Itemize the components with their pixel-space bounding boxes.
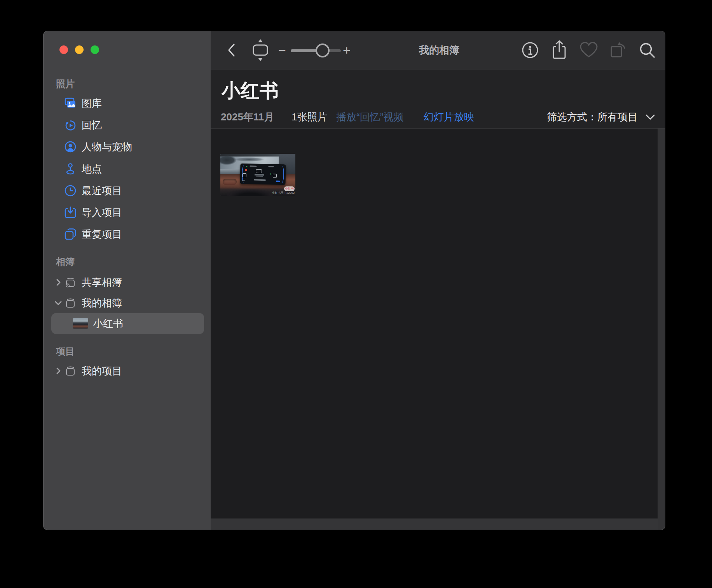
content-area: − + 我的相簿 (211, 31, 665, 530)
filter-dropdown[interactable]: 筛选方式：所有项目 (547, 110, 655, 124)
shared-album-icon (64, 276, 77, 289)
chevron-down-icon (645, 114, 655, 120)
chevron-down-icon[interactable] (54, 299, 63, 307)
sidebar-item-recents[interactable]: 最近项目 (43, 180, 211, 202)
sidebar-item-memories[interactable]: 回忆 (43, 114, 211, 136)
slideshow-button[interactable]: 幻灯片放映 (424, 110, 474, 124)
xiaohongshu-watermark-badge: 小红书 (284, 186, 295, 191)
info-button[interactable] (522, 42, 539, 59)
sidebar-item-my-albums[interactable]: 我的相簿 (43, 292, 211, 314)
sidebar-item-duplicates[interactable]: 重复项目 (43, 223, 211, 245)
project-icon (64, 365, 77, 377)
zoom-slider-knob[interactable] (316, 43, 330, 57)
sidebar-section-photos: 照片 (56, 78, 75, 90)
album-date: 2025年11月 (221, 110, 274, 124)
sidebar-item-imports[interactable]: 导入项目 (43, 202, 211, 223)
memories-icon (64, 119, 77, 131)
import-icon (64, 206, 77, 219)
minimize-button[interactable] (75, 45, 84, 54)
sidebar-item-people-pets[interactable]: 人物与宠物 (43, 136, 211, 158)
sidebar-section-projects: 项目 (56, 345, 75, 358)
album-photo-count: 1张照片 (291, 110, 327, 124)
close-button[interactable] (59, 45, 68, 54)
sidebar-item-library[interactable]: 图库 (43, 92, 211, 114)
zoom-button[interactable] (91, 45, 99, 54)
content-bottom-margin (211, 518, 658, 530)
album-icon (64, 297, 77, 309)
sidebar-section-albums: 相簿 (56, 256, 75, 268)
toolbar: − + 我的相簿 (211, 31, 665, 70)
photo-grid: 小红书 小红书号：22292 (211, 129, 658, 518)
album-thumbnail-mini (73, 318, 88, 329)
rotate-button[interactable] (609, 41, 627, 59)
photo-library-icon (64, 97, 77, 110)
places-icon (64, 163, 77, 175)
zoom-in-button[interactable]: + (343, 43, 351, 58)
duplicates-icon (64, 228, 77, 240)
play-memory-video-button[interactable]: 播放“回忆”视频 (336, 110, 403, 124)
xiaohongshu-watermark-id: 小红书号：22292 (264, 191, 295, 195)
filter-label: 筛选方式： (547, 111, 597, 123)
sidebar: 照片 图库 回忆 人物与宠物 (43, 31, 211, 530)
sidebar-item-shared-albums[interactable]: 共享相簿 (43, 271, 211, 293)
share-button[interactable] (551, 40, 567, 60)
chevron-right-icon[interactable] (54, 367, 63, 375)
zoom-out-button[interactable]: − (278, 43, 286, 58)
clock-icon (64, 184, 77, 197)
album-title: 小红书 (222, 78, 279, 104)
back-button[interactable] (227, 43, 236, 57)
sidebar-item-xiaohongshu[interactable]: 小红书 (43, 313, 211, 334)
search-button[interactable] (639, 42, 656, 59)
favorite-button[interactable] (579, 42, 598, 59)
album-header: 小红书 2025年11月 1张照片 播放“回忆”视频 幻灯片放映 筛选方式：所有… (211, 70, 665, 129)
car-dashboard-screen (240, 164, 286, 185)
chevron-right-icon[interactable] (54, 278, 63, 287)
photo-thumbnail[interactable]: 小红书 小红书号：22292 (220, 154, 295, 196)
photos-app-window: 照片 图库 回忆 人物与宠物 (43, 31, 665, 530)
toolbar-title: 我的相簿 (419, 43, 459, 57)
zoom-view-control-icon[interactable] (251, 38, 269, 62)
content-right-margin (658, 129, 665, 530)
sidebar-item-my-projects[interactable]: 我的项目 (43, 360, 211, 382)
sidebar-item-places[interactable]: 地点 (43, 158, 211, 180)
people-icon (64, 141, 77, 153)
filter-value: 所有项目 (597, 111, 638, 123)
